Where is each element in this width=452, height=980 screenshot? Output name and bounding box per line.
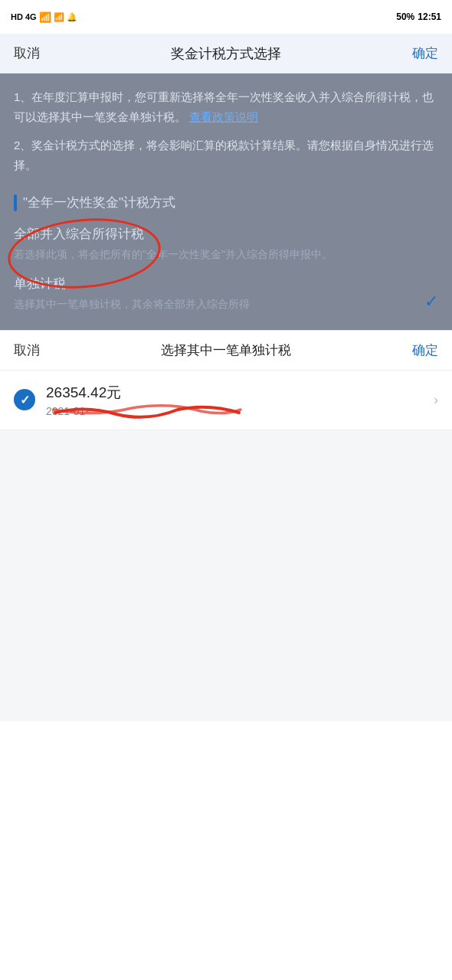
signal-icon: 📶 [39,11,51,23]
wifi-icon: 📶 [54,12,64,22]
option2-desc: 选择其中一笔单独计税，其余将全部并入综合所得 [14,296,414,312]
lower-empty-area [0,430,452,721]
option-block-1[interactable]: 全部并入综合所得计税 若选择此项，将会把所有的"全年一次性奖金"并入综合所得申报… [14,225,438,263]
section-title-bar: "全年一次性奖金"计税方式 [14,194,438,211]
overlay-paragraph2: 2、奖金计税方式的选择，将会影响汇算的税款计算结果。请您根据自身情况进行选择。 [14,136,438,176]
item-date: 2021-01- [46,405,423,417]
option-block-2[interactable]: 单独计税 选择其中一笔单独计税，其余将全部并入综合所得 ✓ [14,275,438,312]
top-nav-bar: 取消 奖金计税方式选择 确定 [0,34,452,74]
overlay-section: 1、在年度汇算申报时，您可重新选择将全年一次性奖金收入并入综合所得计税，也可以选… [0,74,452,330]
option2-title: 单独计税 [14,275,414,292]
status-right: 50% 12:51 [396,11,441,22]
battery-label: 50% [396,11,414,22]
top-nav-title: 奖金计税方式选择 [171,44,281,63]
title-indicator [14,194,17,211]
section-title-text: "全年一次性奖金"计税方式 [23,194,175,211]
bottom-nav-title: 选择其中一笔单独计税 [161,341,291,359]
time-label: 12:51 [418,11,441,22]
check-icon: ✓ [20,393,30,407]
bottom-nav-bar: 取消 选择其中一笔单独计税 确定 [0,331,452,371]
option1-desc: 若选择此项，将会把所有的"全年一次性奖金"并入综合所得申报中。 [14,246,438,263]
notification-icons: 🔔 [67,12,77,22]
bonus-list-item[interactable]: ✓ 26354.42元 2021-01- › [0,371,452,430]
arrow-right-icon: › [434,392,438,408]
item-checkbox[interactable]: ✓ [14,389,35,410]
status-bar: HD 4G 📶 📶 🔔 50% 12:51 [0,0,452,34]
top-nav-cancel-button[interactable]: 取消 [14,44,40,62]
bottom-nav-cancel-button[interactable]: 取消 [14,341,40,359]
status-left: HD 4G 📶 📶 🔔 [11,11,77,23]
policy-link[interactable]: 查看政策说明 [189,110,258,123]
option1-title: 全部并入综合所得计税 [14,225,438,243]
bottom-section: 取消 选择其中一笔单独计税 确定 ✓ 26354.42元 2021-01- › [0,330,452,721]
selected-checkmark-icon: ✓ [424,292,438,312]
top-nav-confirm-button[interactable]: 确定 [412,44,438,62]
item-content: 26354.42元 2021-01- [46,383,423,417]
network-label: HD 4G [11,12,37,21]
bottom-nav-confirm-button[interactable]: 确定 [412,341,438,359]
item-amount: 26354.42元 [46,383,423,403]
overlay-paragraph1: 1、在年度汇算申报时，您可重新选择将全年一次性奖金收入并入综合所得计税，也可以选… [14,87,438,128]
